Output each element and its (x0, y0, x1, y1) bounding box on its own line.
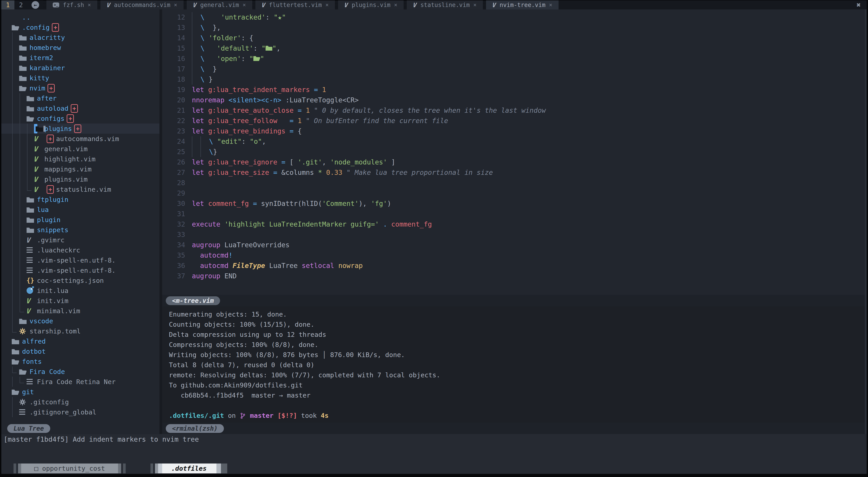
tree-item-alacritty[interactable]: alacritty (1, 32, 159, 42)
git-new-badge: + (46, 135, 54, 143)
tree-item-vscode[interactable]: vscode (1, 316, 159, 326)
tree-item-fonts[interactable]: fonts (1, 356, 159, 367)
terminal-line: To github.com:Akin909/dotfiles.git (169, 380, 865, 390)
tree-item-.vim-spell-en.utf-8.[interactable]: .vim-spell-en.utf-8. (1, 265, 159, 275)
tree-item-.config[interactable]: .config+ (1, 22, 159, 32)
tree-item-.gitconfig[interactable]: .gitconfig (1, 397, 159, 407)
line-number: 33 (162, 230, 192, 240)
tab-nvim-tree.vim[interactable]: Vnvim-tree.vim× (486, 0, 559, 9)
tab-fzf.sh[interactable]: >_fzf.sh× (46, 0, 97, 9)
vim-icon: V (192, 2, 197, 8)
session-tab-2[interactable]: 2 (14, 0, 28, 9)
tree-item-.gvimrc[interactable]: V.gvimrc (1, 235, 159, 245)
close-all-button[interactable]: ✖ (857, 0, 867, 9)
line-number: 14 (162, 33, 192, 43)
tab-general.vim[interactable]: Vgeneral.vim× (187, 0, 252, 9)
line-number: 26 (162, 157, 192, 167)
tree-item-init.lua[interactable]: init.lua (1, 285, 159, 296)
tree-item-git[interactable]: git (1, 387, 159, 397)
folder-icon (27, 207, 34, 213)
tab-close-icon[interactable]: × (326, 2, 329, 8)
tree-item-general.vim[interactable]: Vgeneral.vim (1, 144, 159, 154)
tree-item-plugins.vim[interactable]: Vplugins.vim (1, 174, 159, 184)
tab-close-icon[interactable]: × (549, 2, 552, 8)
code-line: 36 autocmd FileType LuaTree setlocal now… (162, 261, 865, 271)
indent-guide (192, 12, 196, 23)
code-line: 34augroup LuaTreeOverrides (162, 240, 865, 250)
tree-item-..[interactable]: .. (1, 12, 159, 22)
tree-item-autocommands.vim[interactable]: V+autocommands.vim (1, 134, 159, 144)
tree-item-after[interactable]: after (1, 93, 159, 103)
tree-item-label: Fira Code Retina Ner (37, 378, 116, 386)
tree-item-plugins[interactable]: plugins+ (1, 124, 159, 134)
git-new-badge: + (71, 104, 78, 113)
terminal-line: cb68b54..f1bd4f5 master → master (169, 390, 865, 401)
line-number: 37 (162, 271, 192, 281)
tab-statusline.vim[interactable]: Vstatusline.vim× (407, 0, 483, 9)
tree-item-label: minimal.vim (37, 307, 80, 315)
tree-item-snippets[interactable]: snippets (1, 225, 159, 235)
tab-close-icon[interactable]: × (473, 2, 476, 8)
vim-file-icon: V (34, 155, 38, 163)
tree-item-label: git (22, 388, 34, 396)
tree-item-init.vim[interactable]: Vinit.vim (1, 296, 159, 306)
indent-guide (192, 54, 196, 64)
back-button[interactable]: ← (28, 0, 43, 9)
tab-close-icon[interactable]: × (174, 2, 177, 8)
back-arrow-icon: ← (32, 1, 39, 9)
tree-item-dotbot[interactable]: dotbot (1, 346, 159, 356)
tree-indent (19, 265, 27, 275)
tree-item-ftplugin[interactable]: ftplugin (1, 194, 159, 205)
tab-fluttertest.vim[interactable]: Vfluttertest.vim× (255, 0, 335, 9)
tree-item-autoload[interactable]: autoload+ (1, 103, 159, 113)
tree-item-label: plugin (37, 216, 61, 224)
tmux-window-active[interactable]: .dotfiles (150, 464, 227, 473)
tree-item-kitty[interactable]: kitty (1, 73, 159, 83)
terminal-pane[interactable]: Enumerating objects: 15, done.Counting o… (162, 306, 865, 423)
tree-item-statusline.vim[interactable]: V+statusline.vim (1, 184, 159, 194)
tmux-status-bar: □ opportunity_cost.dotfiles (1, 463, 867, 474)
tree-item-karabiner[interactable]: karabiner (1, 63, 159, 73)
tree-indent (12, 194, 19, 205)
tree-item-nvim[interactable]: nvim+ (1, 83, 159, 93)
tree-item-alfred[interactable]: alfred (1, 336, 159, 346)
tree-item-.luacheckrc[interactable]: .luacheckrc (1, 245, 159, 255)
line-number: 31 (162, 209, 192, 219)
tab-close-icon[interactable]: × (243, 2, 246, 8)
tree-item-coc-settings.json[interactable]: {}coc-settings.json (1, 275, 159, 285)
tab-close-icon[interactable]: × (394, 2, 397, 8)
indent-guide (200, 136, 205, 147)
tab-label: general.vim (200, 2, 239, 8)
code-editor[interactable]: 12 \ 'untracked': "★"13 \ },14 \ 'folder… (162, 9, 865, 295)
tree-indent (12, 296, 19, 306)
code-line: 37augroup END (162, 271, 865, 281)
tree-item-minimal.vim[interactable]: Vminimal.vim (1, 306, 159, 316)
tree-item-lua[interactable]: lua (1, 205, 159, 215)
tree-item-homebrew[interactable]: homebrew (1, 42, 159, 53)
tree-item-starship.toml[interactable]: starship.toml (1, 326, 159, 336)
tree-item-.gitignore-global[interactable]: .gitignore_global (1, 407, 159, 417)
tab-autocommands.vim[interactable]: Vautocommands.vim× (100, 0, 184, 9)
tree-item-mappings.vim[interactable]: Vmappings.vim (1, 164, 159, 174)
folder-open-icon (12, 389, 19, 395)
tree-indent (12, 265, 19, 275)
tree-item-label: plugins (44, 125, 72, 133)
tab-close-icon[interactable]: × (88, 2, 91, 8)
tree-item-.vim-spell-en.utf-8.[interactable]: .vim-spell-en.utf-8. (1, 255, 159, 265)
tab-plugins.vim[interactable]: Vplugins.vim× (338, 0, 404, 9)
tree-item-configs[interactable]: configs+ (1, 113, 159, 124)
tree-item-plugin[interactable]: plugin (1, 215, 159, 225)
tree-indent (19, 103, 27, 113)
tree-indent (27, 144, 34, 154)
tree-item-Fira-Code-Retina-Ner[interactable]: Fira Code Retina Ner (1, 377, 159, 387)
tree-item-Fira-Code[interactable]: Fira Code (1, 367, 159, 377)
tree-item-iterm2[interactable]: iterm2 (1, 53, 159, 63)
tree-item-highlight.vim[interactable]: Vhighlight.vim (1, 154, 159, 164)
tmux-window-inactive[interactable]: □ opportunity_cost (13, 464, 126, 473)
scrollbar[interactable] (865, 9, 867, 434)
session-tab-1[interactable]: 1 (1, 0, 14, 9)
tree-indent (12, 245, 19, 255)
indent-guide (192, 23, 196, 33)
tree-item-label: starship.toml (30, 328, 81, 335)
code-line: 30let comment_fg = synIDattr(hlID('Comme… (162, 199, 865, 209)
